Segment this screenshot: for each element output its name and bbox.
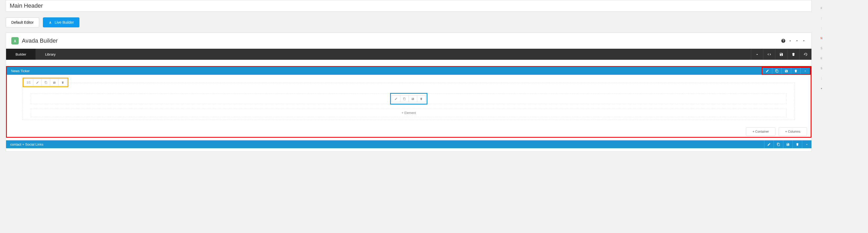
builder-panel: Avada Builder Builder Library bbox=[6, 33, 812, 152]
collapse-up-icon[interactable] bbox=[788, 38, 793, 43]
column-size-button[interactable]: 1/1 bbox=[24, 79, 33, 86]
live-builder-label: Live Builder bbox=[55, 20, 74, 25]
container-clone-icon[interactable] bbox=[772, 68, 781, 74]
container-contact-social: contact + Social Links bbox=[6, 140, 811, 148]
title-input[interactable] bbox=[6, 0, 812, 11]
rail-item[interactable]: S bbox=[817, 43, 826, 53]
toolbar-history-icon[interactable] bbox=[799, 49, 811, 60]
builder-tabs-bar: Builder Library bbox=[6, 49, 811, 60]
element-trash-icon[interactable] bbox=[417, 95, 426, 102]
column-save-icon[interactable] bbox=[50, 79, 59, 86]
container-actions bbox=[762, 67, 811, 75]
help-icon[interactable] bbox=[781, 38, 786, 43]
container-actions bbox=[764, 140, 811, 148]
avada-logo-icon bbox=[49, 21, 52, 24]
element-placeholder[interactable] bbox=[31, 93, 787, 104]
rail-item[interactable]: S bbox=[817, 63, 826, 73]
right-sidebar-sliver: F ⋮ ⋮ N S E S ⋮ ● bbox=[817, 0, 826, 93]
toolbar-code-icon[interactable] bbox=[763, 49, 775, 60]
container-title: contact + Social Links bbox=[10, 142, 43, 146]
rail-item[interactable]: ⋮ bbox=[817, 13, 826, 23]
container-title: News Ticker bbox=[11, 69, 30, 73]
element-edit-icon[interactable] bbox=[392, 95, 400, 102]
tab-builder[interactable]: Builder bbox=[6, 49, 35, 60]
container-collapse-icon[interactable] bbox=[802, 140, 811, 148]
default-editor-button[interactable]: Default Editor bbox=[6, 18, 39, 27]
builder-header: Avada Builder bbox=[6, 33, 811, 49]
rail-item[interactable]: F bbox=[817, 3, 826, 13]
expand-down-icon[interactable] bbox=[795, 38, 799, 43]
tab-library[interactable]: Library bbox=[35, 49, 65, 60]
add-container-button[interactable]: + Container bbox=[746, 127, 775, 136]
container-clone-icon[interactable] bbox=[774, 140, 783, 148]
avada-brand-icon bbox=[11, 37, 19, 45]
container-trash-icon[interactable] bbox=[791, 68, 800, 74]
rail-item[interactable]: E bbox=[817, 53, 826, 63]
element-toolbar bbox=[390, 93, 427, 105]
rail-item[interactable]: N bbox=[817, 33, 826, 43]
column-edit-icon[interactable] bbox=[33, 79, 42, 86]
container-edit-icon[interactable] bbox=[764, 140, 774, 148]
builder-brand-label: Avada Builder bbox=[22, 37, 58, 44]
element-save-icon[interactable] bbox=[408, 95, 417, 102]
rail-item[interactable]: ● bbox=[817, 83, 826, 93]
element-clone-icon[interactable] bbox=[400, 95, 409, 102]
container-save-icon[interactable] bbox=[783, 140, 793, 148]
column-clone-icon[interactable] bbox=[41, 79, 50, 86]
container-edit-icon[interactable] bbox=[763, 68, 772, 74]
toolbar-save-icon[interactable] bbox=[775, 49, 787, 60]
column-toolbar: 1/1 bbox=[23, 78, 68, 87]
column-trash-icon[interactable] bbox=[58, 79, 67, 86]
rail-item[interactable]: ⋮ bbox=[817, 23, 826, 33]
toolbar-trash-icon[interactable] bbox=[787, 49, 799, 60]
column-1-1: 1/1 bbox=[23, 83, 795, 120]
rail-item[interactable]: ⋮ bbox=[817, 73, 826, 83]
live-builder-button[interactable]: Live Builder bbox=[43, 18, 80, 27]
container-save-icon[interactable] bbox=[781, 68, 791, 74]
container-collapse-icon[interactable] bbox=[800, 68, 810, 74]
add-columns-button[interactable]: + Columns bbox=[779, 127, 807, 136]
container-trash-icon[interactable] bbox=[793, 140, 802, 148]
more-menu-icon[interactable] bbox=[802, 38, 806, 43]
toolbar-collapse-icon[interactable] bbox=[751, 49, 763, 60]
container-news-ticker: News Ticker 1/1 bbox=[6, 66, 811, 138]
add-element-button[interactable]: + Element bbox=[31, 109, 787, 117]
editor-switch-row: Default Editor Live Builder bbox=[0, 14, 817, 33]
